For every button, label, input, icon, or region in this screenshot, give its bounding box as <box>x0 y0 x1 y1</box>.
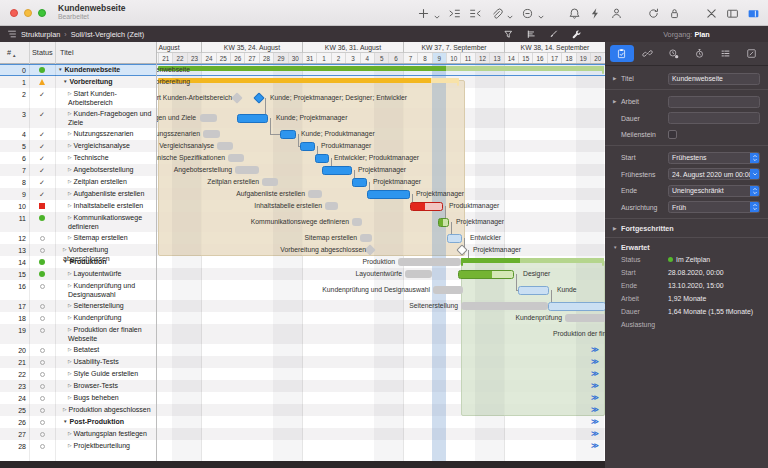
table-row[interactable]: 7✓▷Angebotserstellung <box>0 164 157 176</box>
baseline-bar[interactable] <box>461 302 548 310</box>
leaf-arrow-icon[interactable]: ▷ <box>68 155 72 160</box>
table-row[interactable]: 16▷Kundenprüfung und Designauswahl <box>0 280 157 300</box>
timeline-day-label[interactable]: 6 <box>388 53 402 64</box>
timeline-day-label[interactable]: 8 <box>417 53 431 64</box>
timeline-day-label[interactable]: 4 <box>360 53 374 64</box>
section-erwartet[interactable]: ▼ Erwartet <box>613 243 760 252</box>
remove-icon[interactable] <box>521 7 534 20</box>
group-summary-bar[interactable] <box>461 258 604 263</box>
gantt-bar[interactable] <box>458 270 514 279</box>
leaf-arrow-icon[interactable]: ▷ <box>68 111 72 116</box>
table-row[interactable]: 4✓▷Nutzungsszenarien <box>0 128 157 140</box>
table-row[interactable]: 20▷Betatest <box>0 344 157 356</box>
leaf-arrow-icon[interactable]: ▷ <box>68 179 72 184</box>
collapse-arrow-icon[interactable]: ▼ <box>58 67 63 72</box>
leaf-arrow-icon[interactable]: ▷ <box>68 383 72 388</box>
disclosure-icon[interactable]: ▶ <box>613 226 621 231</box>
gantt-bar[interactable] <box>548 302 605 311</box>
offscreen-right-icon[interactable]: ≫ <box>591 405 599 414</box>
table-row[interactable]: 24▷Bugs beheben <box>0 392 157 404</box>
table-row[interactable]: 23▷Browser-Tests <box>0 380 157 392</box>
offscreen-right-icon[interactable]: ≫ <box>591 357 599 366</box>
task-title[interactable]: ▼Vorbereitung <box>56 78 156 87</box>
table-row[interactable]: 15▷Layoutentwürfe <box>0 268 157 280</box>
chart-icon[interactable] <box>526 29 537 40</box>
table-row[interactable]: 12▷Sitemap erstellen <box>0 232 157 244</box>
gantt-bar[interactable] <box>237 114 268 123</box>
tab-attributes-list-icon[interactable] <box>713 45 737 62</box>
task-title[interactable]: ▷Usability-Tests <box>56 358 156 367</box>
task-title[interactable]: ▷Kommunikationswege definieren <box>56 214 156 231</box>
table-row[interactable]: 28▷Projektbeurteilung <box>0 440 157 452</box>
timeline-day-label[interactable]: 23 <box>187 53 201 64</box>
baseline-bar[interactable] <box>217 142 233 150</box>
task-title[interactable]: ▷Start Kunden-Arbeitsbereich <box>56 90 156 107</box>
baseline-bar[interactable] <box>352 218 362 226</box>
task-title[interactable]: ▷Kundenprüfung <box>56 314 156 323</box>
task-title[interactable]: ▷Aufgabenliste erstellen <box>56 190 156 199</box>
column-divider[interactable] <box>29 42 30 64</box>
timeline-day-label[interactable]: 28 <box>259 53 273 64</box>
cut-icon[interactable] <box>705 7 718 20</box>
group-summary-bar[interactable] <box>158 78 459 83</box>
task-title[interactable]: ▷Bugs beheben <box>56 394 156 403</box>
sync-icon[interactable] <box>647 7 660 20</box>
outdent-icon[interactable] <box>469 7 482 20</box>
leaf-arrow-icon[interactable]: ▷ <box>68 235 72 240</box>
table-row[interactable]: 2✓▷Start Kunden-Arbeitsbereich <box>0 88 157 108</box>
timeline-day-label[interactable]: 31 <box>302 53 316 64</box>
gantt-bar[interactable] <box>410 202 443 211</box>
timeline-day-label[interactable]: 29 <box>273 53 287 64</box>
collapse-arrow-icon[interactable]: ▼ <box>63 79 68 84</box>
gantt-bar[interactable] <box>447 234 462 243</box>
leaf-arrow-icon[interactable]: ▷ <box>68 271 72 276</box>
task-title[interactable]: ▷Produktion der finalen Webseite <box>56 326 156 343</box>
dauer-input[interactable] <box>668 112 760 124</box>
baseline-bar[interactable] <box>398 258 461 266</box>
timeline-week-label[interactable]: KW 36, 31. August <box>302 42 403 53</box>
wrench-icon[interactable] <box>571 29 582 40</box>
offscreen-right-icon[interactable]: ≫ <box>591 381 599 390</box>
breadcrumb-view[interactable]: Soll/Ist-Vergleich (Zeit) <box>71 30 144 39</box>
timeline-day-label[interactable]: 12 <box>475 53 489 64</box>
task-title[interactable]: ▷Nutzungsszenarien <box>56 130 156 139</box>
timeline-week-label[interactable]: KW 35, 24. August <box>201 42 302 53</box>
resources-person-icon[interactable] <box>610 7 623 20</box>
close-window-button[interactable] <box>10 9 18 17</box>
timeline-day-label[interactable]: 24 <box>201 53 215 64</box>
task-title[interactable]: ▷Betatest <box>56 346 156 355</box>
timeline-day-label[interactable]: 5 <box>374 53 388 64</box>
baseline-bar[interactable] <box>262 178 278 186</box>
table-row[interactable]: 6✓▷Technische Spezifikationen <box>0 152 157 164</box>
table-row[interactable]: 22▷Style Guide erstellen <box>0 368 157 380</box>
task-title[interactable]: ▷Kunden-Fragebogen und Ziele <box>56 110 156 127</box>
timeline-day-label[interactable]: 10 <box>446 53 460 64</box>
ende-dropdown[interactable]: Uneingeschränkt <box>668 185 760 197</box>
task-title[interactable]: ▼Kundenwebseite <box>56 66 156 75</box>
task-title[interactable]: ▷Sitemap erstellen <box>56 234 156 243</box>
fruehestens-date-input[interactable]: 24. August 2020 um 00:00 <box>668 168 760 180</box>
task-title[interactable]: ▷Kundenprüfung und Designauswahl <box>56 282 156 299</box>
titel-input[interactable]: Kundenwebseite <box>668 73 760 85</box>
baseline-bar[interactable] <box>360 234 372 242</box>
table-row[interactable]: 0▼Kundenwebseite <box>0 64 157 76</box>
leaf-arrow-icon[interactable]: ▷ <box>68 283 72 288</box>
timeline-week-label[interactable]: KW 38, 14. September <box>504 42 605 53</box>
inspector-toggle-icon[interactable] <box>747 7 760 20</box>
gantt-bar[interactable] <box>315 154 329 163</box>
task-title[interactable]: ▷Vergleichsanalyse <box>56 142 156 151</box>
gantt-bar[interactable] <box>367 190 410 199</box>
meilenstein-checkbox[interactable] <box>668 130 677 139</box>
table-row[interactable]: 13▷Vorbereitung abgeschlossen <box>0 244 157 256</box>
offscreen-right-icon[interactable]: ≫ <box>591 441 599 450</box>
timeline-day-label[interactable]: 1 <box>316 53 330 64</box>
brush-icon[interactable] <box>548 29 559 40</box>
column-header-status[interactable]: Status <box>32 48 53 57</box>
stepper-icon[interactable] <box>750 185 760 197</box>
leaf-arrow-icon[interactable]: ▷ <box>68 347 72 352</box>
leaf-arrow-icon[interactable]: ▷ <box>68 91 72 96</box>
leaf-arrow-icon[interactable]: ▷ <box>68 303 72 308</box>
baseline-bar[interactable] <box>405 270 432 278</box>
column-header-title[interactable]: Titel <box>60 48 74 57</box>
attach-icon[interactable] <box>490 7 503 20</box>
